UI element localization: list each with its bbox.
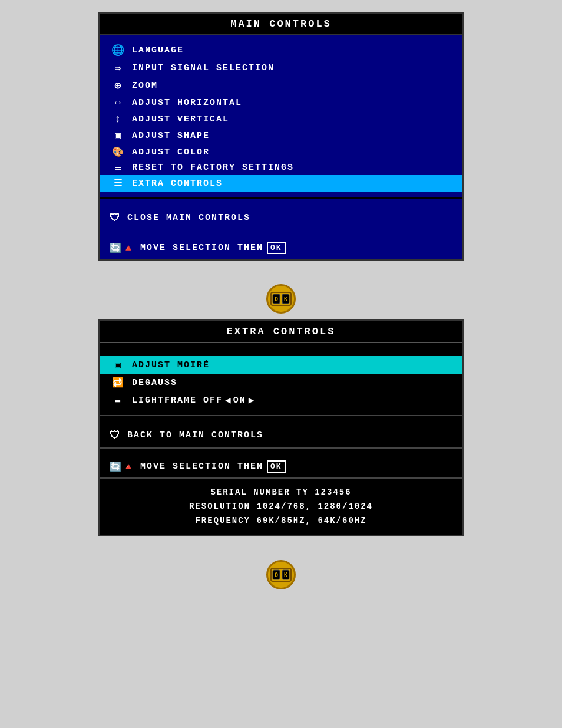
zoom-label: ZOOM: [132, 81, 158, 91]
extra-spacer-1: [100, 343, 462, 350]
spacer-1: [100, 199, 462, 206]
extra-info-section: SERIAL NUMBER TY 123456 RESOLUTION 1024/…: [100, 479, 462, 535]
back-to-main[interactable]: 🛡 BACK TO MAIN CONTROLS: [100, 423, 462, 449]
extra-menu-section: ▣ ADJUST MOIRÉ 🔁 DEGAUSS ▬ LIGHTFRAME OF…: [100, 350, 462, 416]
language-label: LANGUAGE: [132, 45, 184, 55]
adjust-color-label: ADJUST COLOR: [132, 147, 210, 157]
menu-item-adjust-shape[interactable]: ▣ ADJUST SHAPE: [100, 127, 462, 144]
extra-controls-title: EXTRA CONTROLS: [100, 321, 462, 343]
degauss-label: DEGAUSS: [132, 378, 177, 388]
color-icon: 🎨: [110, 146, 127, 158]
menu-item-language[interactable]: 🌐 LANGUAGE: [100, 41, 462, 59]
svg-text:O: O: [275, 572, 278, 578]
adjust-horizontal-label: ADJUST HORIZONTAL: [132, 98, 242, 108]
moire-icon: ▣: [110, 359, 127, 371]
menu-item-reset-factory[interactable]: ⚌ RESET TO FACTORY SETTINGS: [100, 160, 462, 175]
lightframe-icon: ▬: [110, 396, 127, 405]
ok-button-icon: O K: [270, 292, 292, 306]
vertical-icon: ↕: [110, 113, 127, 125]
extra-controls-icon: ☰: [110, 177, 127, 189]
extra-controls-label: EXTRA CONTROLS: [132, 179, 223, 189]
main-menu-section: 🌐 LANGUAGE ⇒ INPUT SIGNAL SELECTION ⊕ ZO…: [100, 35, 462, 199]
svg-text:O: O: [275, 296, 278, 302]
menu-item-input-signal[interactable]: ⇒ INPUT SIGNAL SELECTION: [100, 59, 462, 77]
menu-item-adjust-vertical[interactable]: ↕ ADJUST VERTICAL: [100, 111, 462, 127]
adjust-moire-label: ADJUST MOIRÉ: [132, 360, 210, 370]
menu-item-adjust-moire[interactable]: ▣ ADJUST MOIRÉ: [100, 356, 462, 374]
back-label: BACK TO MAIN CONTROLS: [127, 430, 263, 440]
close-main-controls[interactable]: 🛡 CLOSE MAIN CONTROLS: [100, 206, 462, 230]
lightframe-left-arrow: ◀: [225, 394, 232, 406]
adjust-shape-label: ADJUST SHAPE: [132, 131, 210, 141]
extra-nav-icons: 🔄🔺: [110, 461, 135, 473]
menu-item-adjust-color[interactable]: 🎨 ADJUST COLOR: [100, 144, 462, 160]
shape-icon: ▣: [110, 130, 127, 141]
ok-button-main[interactable]: O K: [266, 284, 296, 314]
lightframe-label: LIGHTFRAME OFF: [132, 396, 223, 406]
svg-text:K: K: [284, 572, 287, 578]
frequency: FREQUENCY 69K/85HZ, 64K/60HZ: [110, 514, 452, 528]
move-selection-label: MOVE SELECTION THEN: [140, 243, 263, 253]
extra-spacer-2: [100, 416, 462, 423]
horizontal-icon: ↔: [110, 97, 127, 108]
extra-move-selection-label: MOVE SELECTION THEN: [140, 462, 263, 472]
ok-box: OK: [267, 242, 286, 254]
degauss-icon: 🔁: [110, 377, 127, 388]
close-icon: 🛡: [110, 212, 121, 224]
svg-text:K: K: [284, 296, 287, 302]
close-main-label: CLOSE MAIN CONTROLS: [127, 213, 250, 223]
ok-button-extra[interactable]: O K: [266, 560, 296, 589]
menu-item-zoom[interactable]: ⊕ ZOOM: [100, 77, 462, 94]
menu-item-extra-controls[interactable]: ☰ EXTRA CONTROLS: [100, 175, 462, 192]
lightframe-right-arrow: ▶: [249, 394, 256, 406]
menu-item-degauss[interactable]: 🔁 DEGAUSS: [100, 374, 462, 391]
adjust-vertical-label: ADJUST VERTICAL: [132, 114, 229, 124]
lightframe-on-label: ON: [233, 396, 246, 406]
extra-spacer-3: [100, 449, 462, 456]
main-controls-title: MAIN CONTROLS: [100, 14, 462, 35]
input-signal-label: INPUT SIGNAL SELECTION: [132, 63, 275, 73]
menu-item-adjust-horizontal[interactable]: ↔ ADJUST HORIZONTAL: [100, 94, 462, 111]
menu-item-lightframe[interactable]: ▬ LIGHTFRAME OFF ◀ ON ▶: [100, 391, 462, 409]
reset-factory-label: RESET TO FACTORY SETTINGS: [132, 163, 294, 173]
input-signal-icon: ⇒: [110, 61, 127, 74]
extra-bottom-bar: 🔄🔺 MOVE SELECTION THEN OK: [100, 456, 462, 479]
nav-icons-left: 🔄🔺: [110, 242, 135, 254]
main-controls-panel: MAIN CONTROLS 🌐 LANGUAGE ⇒ INPUT SIGNAL …: [98, 12, 464, 261]
extra-ok-box: OK: [267, 460, 286, 473]
extra-controls-panel: EXTRA CONTROLS ▣ ADJUST MOIRÉ 🔁 DEGAUSS …: [98, 319, 464, 536]
zoom-icon: ⊕: [110, 79, 127, 92]
language-icon: 🌐: [110, 44, 127, 57]
resolution: RESOLUTION 1024/768, 1280/1024: [110, 500, 452, 514]
main-bottom-bar: 🔄🔺 MOVE SELECTION THEN OK: [100, 237, 462, 259]
back-icon: 🛡: [110, 429, 121, 442]
spacer-2: [100, 230, 462, 237]
serial-number: SERIAL NUMBER TY 123456: [110, 486, 452, 500]
ok-button-extra-icon: O K: [270, 568, 292, 582]
reset-icon: ⚌: [110, 163, 127, 173]
